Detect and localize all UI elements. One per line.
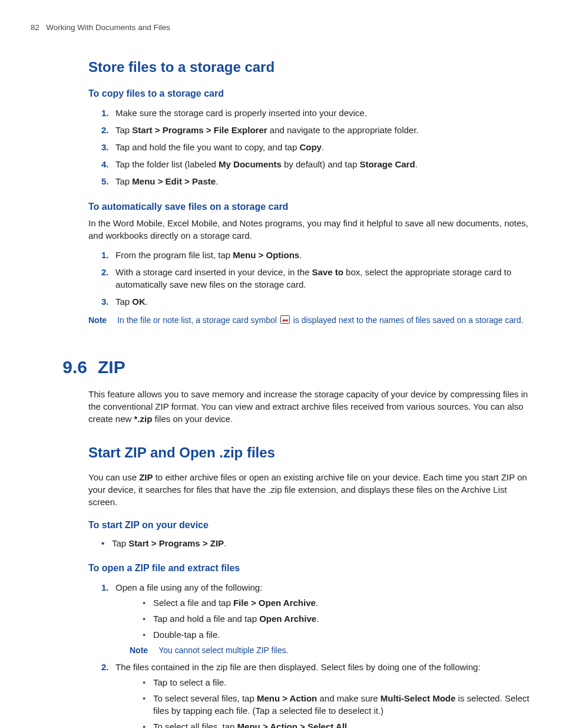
list-item: 1. Open a file using any of the followin… [101,579,530,659]
note-label: Note [130,645,148,657]
list-item: To select several files, tap Menu > Acti… [143,690,530,719]
storage-card-icon [280,315,290,327]
heading-start-zip: Start ZIP and Open .zip files [88,443,530,463]
note-label: Note [88,315,107,327]
list-item: To select all files, tap Menu > Action >… [143,719,530,728]
list-item: Select a file and tap File > Open Archiv… [143,595,530,611]
heading-copy-files: To copy files to a storage card [88,87,530,100]
list-item: 4. Tap the folder list (labeled My Docum… [101,156,530,173]
start-zip-intro: You can use ZIP to either archive files … [88,471,530,508]
list-item: 2. Tap Start > Programs > File Explorer … [101,121,530,139]
list-item: Double-tap a file. [143,627,530,643]
steps-copy-files: 1. Make sure the storage card is properl… [101,104,530,190]
list-item: Tap Start > Programs > ZIP. [101,535,530,551]
section-heading-zip: 9.6 ZIP [88,355,530,380]
note-text: You cannot select multiple ZIP files. [158,645,288,657]
steps-open-zip: 1. Open a file using any of the followin… [101,579,530,728]
list-item: 1. From the program file list, tap Menu … [101,246,530,263]
section-number: 9.6 [53,355,87,380]
list-item: 3. Tap OK. [101,293,530,310]
list-item: 3. Tap and hold the file you want to cop… [101,139,530,156]
sublist-open-methods: Select a file and tap File > Open Archiv… [130,595,530,657]
list-item: 1. Make sure the storage card is properl… [101,104,530,121]
steps-auto-save: 1. From the program file list, tap Menu … [101,246,530,310]
chapter-title: Working With Documents and Files [46,23,170,32]
sublist-select-methods: Tap to select a file. To select several … [130,674,530,728]
note-multiple-zip: Note You cannot select multiple ZIP file… [130,645,530,657]
list-item: 2. The files contained in the zip file a… [101,658,530,728]
heading-to-start-zip: To start ZIP on your device [88,519,530,532]
svg-rect-0 [280,315,289,323]
note-storage-card: Note In the file or note list, a storage… [88,315,530,327]
bullets-start-zip: Tap Start > Programs > ZIP. [101,535,530,551]
heading-to-open-zip: To open a ZIP file and extract files [88,562,530,575]
section-title: ZIP [98,355,125,380]
zip-intro: This feature allows you to save memory a… [88,388,530,425]
auto-save-intro: In the Word Mobile, Excel Mobile, and No… [88,217,530,242]
list-item: Tap to select a file. [143,674,530,690]
main-content: Store files to a storage card To copy fi… [88,57,530,728]
heading-store-files: Store files to a storage card [88,57,530,77]
heading-auto-save: To automatically save files on a storage… [88,200,530,213]
note-text: In the file or note list, a storage card… [117,315,523,327]
running-header: 82 Working With Documents and Files [31,22,530,34]
list-item: Tap and hold a file and tap Open Archive… [143,611,530,627]
list-item: 5. Tap Menu > Edit > Paste. [101,173,530,190]
page-number: 82 [31,23,39,32]
list-item: 2. With a storage card inserted in your … [101,263,530,293]
document-page: 82 Working With Documents and Files Stor… [0,0,562,728]
